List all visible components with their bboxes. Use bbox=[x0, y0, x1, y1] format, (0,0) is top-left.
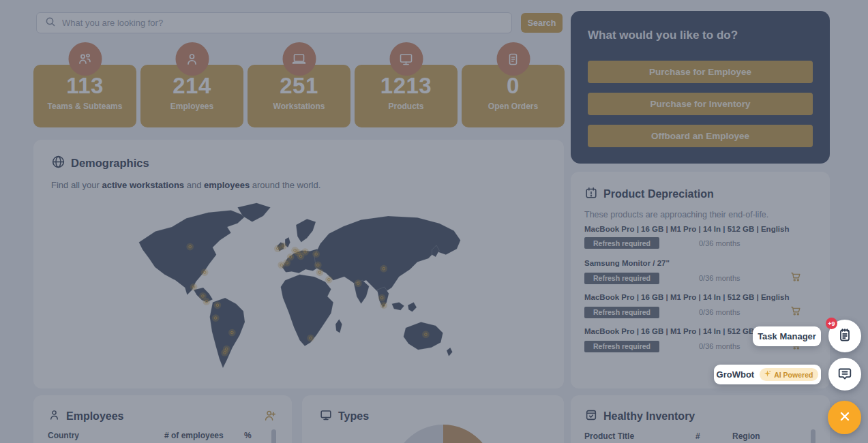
task-count-badge: +9 bbox=[826, 318, 837, 329]
sparkle-icon bbox=[764, 370, 771, 379]
close-icon bbox=[839, 410, 851, 425]
dashboard-screen: Search 113 Teams & Subteams 214 Employee… bbox=[0, 0, 868, 443]
clipboard-icon bbox=[837, 327, 853, 346]
growbot-label: GroWbot bbox=[717, 369, 755, 380]
ai-powered-badge: AI Powered bbox=[760, 368, 818, 381]
chat-bubble-icon bbox=[837, 365, 853, 384]
growbot-tooltip: GroWbot AI Powered bbox=[714, 365, 821, 384]
growbot-chat-button[interactable] bbox=[828, 358, 861, 391]
close-fab-button[interactable] bbox=[828, 401, 861, 434]
task-manager-button[interactable]: +9 bbox=[828, 320, 861, 352]
task-manager-tooltip: Task Manager bbox=[753, 326, 821, 346]
